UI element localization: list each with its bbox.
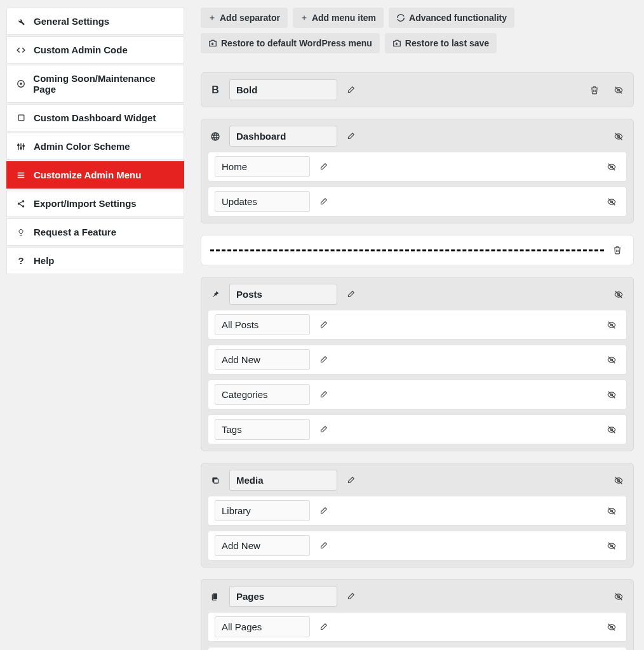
sidebar-item-customize-menu[interactable]: Customize Admin Menu <box>6 161 184 189</box>
pages-icon <box>208 592 223 601</box>
sidebar-item-coming-soon[interactable]: Coming Soon/Maintenance Page <box>6 65 184 103</box>
sidebar-item-dashboard-widget[interactable]: Custom Dashboard Widget <box>6 104 184 131</box>
svg-point-13 <box>18 202 20 205</box>
menu-name-input[interactable] <box>229 126 337 147</box>
visibility-toggle[interactable] <box>603 319 620 331</box>
wrench-icon <box>16 17 26 26</box>
sidebar-item-color-scheme[interactable]: Admin Color Scheme <box>6 133 184 160</box>
svg-point-12 <box>22 200 25 202</box>
submenu-name-input[interactable] <box>215 314 310 335</box>
sidebar-item-export-import[interactable]: Export/Import Settings <box>6 190 184 217</box>
menu-block-posts[interactable] <box>201 277 634 451</box>
visibility-toggle[interactable] <box>610 475 627 486</box>
visibility-toggle[interactable] <box>603 354 620 366</box>
square-icon <box>16 114 26 122</box>
menu-block-pages[interactable] <box>201 579 634 650</box>
edit-button[interactable] <box>344 131 358 142</box>
edit-button[interactable] <box>316 505 330 517</box>
svg-point-1 <box>20 83 21 84</box>
advanced-functionality-button[interactable]: Advanced functionality <box>389 8 514 28</box>
submenu-item[interactable] <box>208 345 627 375</box>
edit-button[interactable] <box>316 424 330 435</box>
visibility-toggle[interactable] <box>610 131 627 142</box>
menu-name-input[interactable] <box>229 79 337 100</box>
restore-icon <box>208 39 217 48</box>
code-icon <box>16 46 26 55</box>
sidebar-item-label: General Settings <box>34 16 109 27</box>
sidebar-item-custom-code[interactable]: Custom Admin Code <box>6 36 184 63</box>
submenu-name-input[interactable] <box>215 191 310 212</box>
delete-separator-button[interactable] <box>610 244 624 256</box>
menu-block-bold[interactable]: B <box>201 72 634 107</box>
submenu-name-input[interactable] <box>215 384 310 405</box>
sidebar-item-label: Coming Soon/Maintenance Page <box>33 73 175 95</box>
bulb-icon <box>16 228 26 237</box>
visibility-toggle[interactable] <box>603 389 620 401</box>
B-icon: B <box>208 84 223 96</box>
sidebar-item-label: Admin Color Scheme <box>34 141 130 152</box>
share-icon <box>16 199 26 208</box>
globe-icon <box>208 131 223 142</box>
visibility-toggle[interactable] <box>603 540 620 552</box>
submenu-name-input[interactable] <box>215 535 310 556</box>
edit-button[interactable] <box>316 621 330 633</box>
delete-button[interactable] <box>587 84 601 96</box>
restore-icon <box>392 39 401 48</box>
menu-name-input[interactable] <box>229 470 337 491</box>
menu-name-input[interactable] <box>229 284 337 305</box>
submenu-item[interactable] <box>208 187 627 216</box>
edit-button[interactable] <box>316 196 330 208</box>
submenu-name-input[interactable] <box>215 419 310 440</box>
submenu-item[interactable] <box>208 380 627 409</box>
edit-button[interactable] <box>344 591 358 602</box>
add-separator-button[interactable]: Add separator <box>201 8 288 28</box>
submenu-name-input[interactable] <box>215 500 310 521</box>
sidebar-item-label: Export/Import Settings <box>34 198 137 209</box>
sidebar-item-label: Custom Admin Code <box>34 44 128 55</box>
svg-point-8 <box>23 145 24 146</box>
restore-default-button[interactable]: Restore to default WordPress menu <box>201 33 380 53</box>
visibility-toggle[interactable] <box>603 196 620 208</box>
sliders-icon <box>16 142 26 151</box>
edit-button[interactable] <box>316 540 330 552</box>
submenu-name-input[interactable] <box>215 616 310 637</box>
edit-button[interactable] <box>344 475 358 486</box>
submenu-item[interactable] <box>208 152 627 182</box>
sidebar-item-label: Request a Feature <box>34 227 116 237</box>
visibility-toggle[interactable] <box>610 591 627 602</box>
submenu-item[interactable] <box>208 415 627 444</box>
visibility-toggle[interactable] <box>603 505 620 517</box>
submenu-name-input[interactable] <box>215 156 310 177</box>
visibility-toggle[interactable] <box>603 424 620 435</box>
main-content: Add separator Add menu item Advanced fun… <box>201 8 634 650</box>
menu-block-dashboard[interactable] <box>201 119 634 223</box>
submenu-name-input[interactable] <box>215 349 310 370</box>
sidebar-item-request-feature[interactable]: Request a Feature <box>6 218 184 246</box>
edit-button[interactable] <box>316 389 330 401</box>
target-icon <box>16 79 25 88</box>
question-icon: ? <box>16 255 26 266</box>
submenu-item[interactable] <box>208 612 627 642</box>
sidebar-item-help[interactable]: ? Help <box>6 247 184 274</box>
menu-block-media[interactable] <box>201 463 634 567</box>
edit-button[interactable] <box>316 161 330 173</box>
edit-button[interactable] <box>316 354 330 366</box>
submenu-item[interactable] <box>208 531 627 560</box>
submenu-item[interactable] <box>208 647 627 650</box>
restore-last-save-button[interactable]: Restore to last save <box>385 33 497 53</box>
submenu-item[interactable] <box>208 310 627 340</box>
edit-button[interactable] <box>344 84 358 96</box>
visibility-toggle[interactable] <box>610 84 627 96</box>
svg-point-6 <box>18 144 19 145</box>
add-menu-item-button[interactable]: Add menu item <box>293 8 384 28</box>
edit-button[interactable] <box>316 319 330 331</box>
edit-button[interactable] <box>344 289 358 300</box>
menu-name-input[interactable] <box>229 586 337 607</box>
menu-icon <box>16 171 26 180</box>
submenu-item[interactable] <box>208 496 627 526</box>
visibility-toggle[interactable] <box>603 161 620 173</box>
visibility-toggle[interactable] <box>610 289 627 300</box>
menu-separator[interactable] <box>201 235 634 265</box>
visibility-toggle[interactable] <box>603 621 620 633</box>
sidebar-item-general[interactable]: General Settings <box>6 8 184 35</box>
